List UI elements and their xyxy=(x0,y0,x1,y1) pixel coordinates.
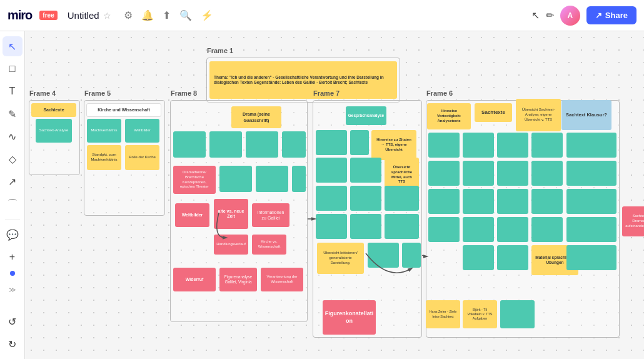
frame6-teal7[interactable] xyxy=(463,161,494,186)
frame8-teal7[interactable] xyxy=(292,166,306,192)
share-button[interactable]: ↗ Share xyxy=(586,6,636,24)
frame7-teal4[interactable] xyxy=(350,158,381,183)
frame7-hinweise-tts[interactable]: Hinweise zu Zitaten → TTS, eigene Übersi… xyxy=(371,130,416,160)
frame7-teal9[interactable] xyxy=(350,214,381,239)
frame6-teal19[interactable] xyxy=(531,217,563,242)
frame5-macht[interactable]: Machtverhältnis xyxy=(87,119,121,143)
avatar[interactable]: A xyxy=(560,6,580,26)
bottom-note2[interactable]: Björk - Til Vokabeln v. TTS Aufgaben xyxy=(463,300,497,328)
frame6-teal11[interactable] xyxy=(428,189,460,214)
frame7-teal6[interactable] xyxy=(350,186,381,211)
tool-redo[interactable]: ↻ xyxy=(3,334,23,354)
frame5-standpkt[interactable]: Standpkt. zum Machtverhältnis xyxy=(87,145,121,170)
frame6-teal9[interactable] xyxy=(531,161,563,186)
frame6-teal2[interactable] xyxy=(463,133,494,158)
tool-shape[interactable]: ◇ xyxy=(3,149,23,169)
frame8-widerruf[interactable]: Widerruf xyxy=(173,268,216,291)
frame7-teal8[interactable] xyxy=(316,214,347,239)
frame6-teal17[interactable] xyxy=(463,217,494,242)
frame4-analyse[interactable]: Sachtext-Analyse xyxy=(36,119,72,143)
frame8-teal5[interactable] xyxy=(219,166,252,192)
search-icon[interactable]: 🔍 xyxy=(179,9,192,21)
tool-undo[interactable]: ↺ xyxy=(3,311,23,331)
frame6-teal1[interactable] xyxy=(428,133,460,158)
frame6-teal5[interactable] xyxy=(566,133,616,158)
frame7-teal11[interactable] xyxy=(368,243,399,268)
tool-curve[interactable]: ∿ xyxy=(3,126,23,146)
frame6-sachtexte[interactable]: Sachtexte xyxy=(475,103,512,122)
frame8-figuren[interactable]: Figurenanalyse Galilei, Virginia xyxy=(219,268,257,291)
timer-icon[interactable]: ⚡ xyxy=(201,9,213,21)
tool-frame[interactable]: □ xyxy=(3,59,23,79)
frame8-verantwortung[interactable]: Verantwortung der Wissenschaft xyxy=(261,268,303,291)
frame8-teal6[interactable] xyxy=(256,166,288,192)
frame6-tts[interactable]: Übersicht Sachtext-Analyse; eigene Übers… xyxy=(516,99,561,131)
tool-arc[interactable]: ⌒ xyxy=(3,194,23,214)
frame-4-label: Frame 4 xyxy=(29,89,56,97)
frame6-teal12[interactable] xyxy=(463,189,494,214)
cursor-icon[interactable]: ↖ xyxy=(531,9,540,21)
frame6-teal3[interactable] xyxy=(497,133,528,158)
tool-text[interactable]: T xyxy=(3,81,23,101)
frame6-teal6[interactable] xyxy=(428,161,460,186)
frame8-teal2[interactable] xyxy=(209,131,242,158)
frame6-teal18[interactable] xyxy=(497,217,528,242)
document-title[interactable]: Untitled xyxy=(68,10,99,21)
frame-6-label: Frame 6 xyxy=(426,89,453,97)
frame7-figuren[interactable]: Figurenkonstellati on xyxy=(323,300,376,335)
tool-arrow[interactable]: ↗ xyxy=(3,171,23,191)
bottom-note3[interactable] xyxy=(500,300,535,328)
export-icon[interactable]: ⬆ xyxy=(163,9,171,21)
tool-select[interactable]: ↖ xyxy=(3,36,23,56)
frame7-teal12[interactable] xyxy=(402,243,421,268)
canvas: Frame 1 Thema: "Ich und die anderen" - G… xyxy=(25,31,644,359)
frame7-gespraech[interactable]: Gesprächsanalyse xyxy=(346,106,386,125)
frame6-teal10[interactable] xyxy=(566,161,616,186)
frame8-handlung[interactable]: Handlungsverlauf xyxy=(214,235,248,255)
frame6-teal23[interactable] xyxy=(566,245,616,270)
sachtext-drama[interactable]: Sachtext und Dramanalyse aufeinander bez… xyxy=(622,206,644,236)
tool-dot xyxy=(10,271,15,276)
settings-icon[interactable]: ⚙ xyxy=(124,9,133,21)
frame6-teal21[interactable] xyxy=(463,245,494,270)
frame6-teal8[interactable] xyxy=(497,161,528,186)
frame8-info[interactable]: Informationen zu Galilei xyxy=(252,203,289,227)
frame5-title[interactable]: Kirche und Wissenschaft xyxy=(86,103,161,117)
notifications-icon[interactable]: 🔔 xyxy=(141,9,154,21)
frame8-kirche[interactable]: Kirche vs. Wissenschaft xyxy=(252,235,286,255)
frame8-altneu[interactable]: alte vs. neue Zeit xyxy=(214,199,248,229)
frame6-teal14[interactable] xyxy=(531,189,563,214)
frame7-uebersicht2[interactable]: Übersicht kritisieren/ generalisierte Da… xyxy=(317,243,364,274)
frame6-hinweise[interactable]: Hinweise Vortextigkeit: Analysetexte xyxy=(427,103,471,129)
frame8-dramaturgie[interactable]: Dramatheorie/ Brechtsche Konzeptionen, e… xyxy=(173,166,216,194)
frame5-kirche[interactable]: Rolle der Kirche xyxy=(125,145,159,170)
frame6-teal22[interactable] xyxy=(497,245,528,270)
frame8-teal3[interactable] xyxy=(246,131,278,158)
frame1-theme-note[interactable]: Thema: "Ich und die anderen" - Gesellsch… xyxy=(209,61,397,99)
frame8-weltbilder[interactable]: Weltbilder xyxy=(175,203,209,227)
frame6-teal13[interactable] xyxy=(497,189,528,214)
sachtext-klausur[interactable]: Sachtext Klausur? xyxy=(561,100,611,130)
frame6-teal15[interactable] xyxy=(566,189,616,214)
frame5-weltbilder[interactable]: Weltbilder xyxy=(125,119,159,143)
tool-more[interactable]: ≫ xyxy=(3,280,23,300)
frame8-teal1[interactable] xyxy=(173,131,206,158)
frame6-teal4[interactable] xyxy=(531,133,563,158)
tool-pen[interactable]: ✎ xyxy=(3,104,23,124)
bottom-note1[interactable]: Hans Zeier - Ziele leise Sachtext xyxy=(426,300,460,328)
frame7-teal5[interactable] xyxy=(316,186,347,211)
frame7-teal1[interactable] xyxy=(316,130,347,155)
frame8-drama[interactable]: Drama (seine Ganzschrift) xyxy=(231,106,281,128)
frame7-teal7[interactable] xyxy=(385,186,419,211)
frame7-teal10[interactable] xyxy=(385,214,419,239)
frame6-teal16[interactable] xyxy=(428,217,460,242)
frame7-teal2[interactable] xyxy=(350,130,369,155)
favorite-icon[interactable]: ☆ xyxy=(103,11,111,21)
frame7-teal3[interactable] xyxy=(316,158,347,183)
frame4-sachtexte[interactable]: Sachtexte xyxy=(31,103,76,117)
tool-plus[interactable]: + xyxy=(3,247,23,267)
pen-icon[interactable]: ✏ xyxy=(546,9,554,21)
frame8-teal4[interactable] xyxy=(282,131,306,158)
frame6-teal20[interactable] xyxy=(566,217,616,242)
tool-comment[interactable]: 💬 xyxy=(3,225,23,245)
